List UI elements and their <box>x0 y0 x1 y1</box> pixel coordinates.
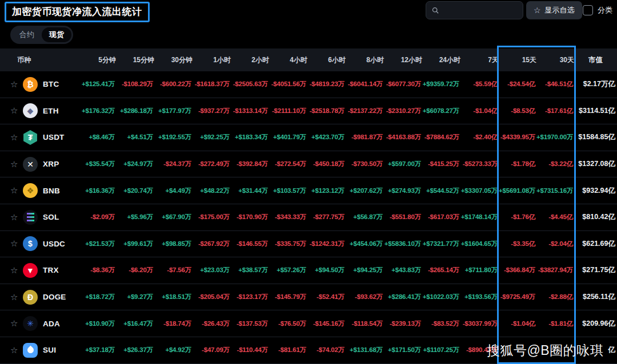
table-row[interactable]: ☆❖BNB+$16.36万+$20.74万+$4.49万+$48.22万+$31… <box>0 177 617 204</box>
column-header-9[interactable]: 12小时 <box>384 55 422 65</box>
flow-value: +$454.06万 <box>346 240 384 248</box>
coin-logo-doge-icon: Ð <box>23 290 38 305</box>
flow-value: +$6078.27万 <box>422 107 460 115</box>
coin-symbol: SOL <box>43 213 59 221</box>
flow-value: -$108.29万 <box>116 80 154 88</box>
column-header-13[interactable]: 30天 <box>536 55 574 65</box>
flow-value: -$981.87万 <box>346 133 384 141</box>
flow-value: -$272.54万 <box>269 160 307 168</box>
favorite-star-icon[interactable]: ☆ <box>10 106 23 116</box>
flow-value: -$239.13万 <box>384 319 422 328</box>
tab-contract[interactable]: 合约 <box>12 27 42 42</box>
favorite-star-icon[interactable]: ☆ <box>10 292 23 302</box>
flow-value: -$1242.31万 <box>307 240 346 248</box>
flow-value: -$2505.63万 <box>231 80 269 88</box>
flow-value: +$56.87万 <box>346 213 384 221</box>
table-row[interactable]: ☆₿BTC+$125.41万-$108.29万-$600.22万-$1618.3… <box>0 71 617 98</box>
watermark: 搜狐号@B圈的咏琪 <box>487 342 603 359</box>
column-header-4[interactable]: 1小时 <box>193 55 231 65</box>
category-toggle[interactable]: 分类 <box>583 1 612 19</box>
table-row[interactable]: ☆SOL-$2.09万+$5.96万+$67.90万-$175.00万-$170… <box>0 204 617 231</box>
flow-value: -$730.50万 <box>346 160 384 168</box>
flow-value: -$4339.95万 <box>499 133 536 141</box>
favorite-star-icon[interactable]: ☆ <box>10 132 23 143</box>
category-checkbox[interactable] <box>583 5 593 15</box>
flow-value: -$1.04亿 <box>460 107 499 115</box>
flow-value: +$176.32万 <box>78 107 116 115</box>
flow-value: +$1970.00万 <box>536 133 574 141</box>
favorite-star-icon[interactable]: ☆ <box>10 185 23 196</box>
market-cap-value: $271.75亿 <box>574 265 617 275</box>
flow-value: +$3307.05万 <box>460 187 499 195</box>
coin-symbol: USDC <box>43 240 65 248</box>
favorite-star-icon[interactable]: ☆ <box>10 345 23 355</box>
search-box[interactable] <box>426 1 523 19</box>
coin-logo-btc-icon: ₿ <box>23 77 38 92</box>
flow-value: -$7884.62万 <box>422 133 460 141</box>
flow-value: +$5691.08万 <box>499 187 536 195</box>
column-header-8[interactable]: 8小时 <box>346 55 384 65</box>
favorite-star-icon[interactable]: ☆ <box>10 212 23 223</box>
table-row[interactable]: ☆✳ADA+$10.90万+$16.47万-$18.74万-$26.43万-$1… <box>0 310 617 337</box>
flow-value: -$600.22万 <box>154 80 193 88</box>
column-header-0[interactable]: 币种 <box>10 55 78 65</box>
show-favorites-button[interactable]: ☆ 显示自选 <box>526 1 582 19</box>
flow-value: -$1618.37万 <box>193 80 231 88</box>
flow-value: -$93.62万 <box>346 293 384 301</box>
flow-value: +$192.55万 <box>154 133 193 141</box>
flow-value: +$5.96万 <box>116 213 154 221</box>
coin-cell: ☆✳ADA <box>10 316 78 331</box>
coin-cell: ☆SOL <box>10 210 78 225</box>
star-icon: ☆ <box>534 6 541 15</box>
flow-value: -$110.44万 <box>231 346 269 354</box>
flow-value: +$38.57万 <box>231 266 269 274</box>
favorite-star-icon[interactable]: ☆ <box>10 159 23 169</box>
coin-symbol: ADA <box>43 319 60 328</box>
favorite-star-icon[interactable]: ☆ <box>10 318 23 329</box>
table-row[interactable]: ☆▼TRX-$8.36万-$6.20万-$7.56万+$23.03万+$38.5… <box>0 257 617 284</box>
flow-value: -$8.53亿 <box>499 107 536 115</box>
flow-value: +$99.61万 <box>116 240 154 248</box>
flow-value: -$170.90万 <box>231 213 269 221</box>
favorite-star-icon[interactable]: ☆ <box>10 265 23 276</box>
search-input[interactable] <box>443 6 517 15</box>
flow-value: -$5273.33万 <box>460 160 499 168</box>
table-row[interactable]: ☆$USDC+$21.53万+$99.61万+$98.85万-$267.92万-… <box>0 231 617 258</box>
coin-symbol: SUI <box>43 346 56 354</box>
flow-value: +$24.97万 <box>116 160 154 168</box>
flow-value: +$18.51万 <box>154 293 193 301</box>
column-header-6[interactable]: 4小时 <box>269 55 307 65</box>
column-header-14[interactable]: 市值 <box>574 55 617 65</box>
table-row[interactable]: ☆ÐDOGE+$18.72万+$9.27万+$18.51万-$205.04万-$… <box>0 284 617 311</box>
column-header-2[interactable]: 15分钟 <box>116 55 154 65</box>
flow-value: -$145.16万 <box>307 319 346 328</box>
coin-cell: ☆₮USDT <box>10 130 78 145</box>
column-header-10[interactable]: 24小时 <box>422 55 460 65</box>
flow-value: -$9725.49万 <box>499 293 536 301</box>
column-header-1[interactable]: 5分钟 <box>78 55 116 65</box>
flow-value: -$4051.56万 <box>269 80 307 88</box>
column-header-3[interactable]: 30分钟 <box>154 55 193 65</box>
flow-value: -$7.56万 <box>154 266 193 274</box>
column-header-7[interactable]: 6小时 <box>307 55 346 65</box>
favorite-star-icon[interactable]: ☆ <box>10 238 23 249</box>
column-header-5[interactable]: 2小时 <box>231 55 269 65</box>
coin-cell: ☆✕XRP <box>10 157 78 172</box>
favorite-star-icon[interactable]: ☆ <box>10 79 23 90</box>
flow-value: -$3827.94万 <box>536 266 574 274</box>
column-header-12[interactable]: 15天 <box>499 55 536 65</box>
flow-value: +$48.22万 <box>193 187 231 195</box>
flow-value: -$5.59亿 <box>460 80 499 88</box>
column-header-11[interactable]: 7天 <box>460 55 499 65</box>
flow-value: +$274.93万 <box>384 187 422 195</box>
flow-value: -$146.55万 <box>231 240 269 248</box>
table-row[interactable]: ☆◆ETH+$176.32万+$286.18万+$177.97万-$937.27… <box>0 98 617 125</box>
coin-cell: ☆▼TRX <box>10 263 78 278</box>
tab-spot[interactable]: 现货 <box>42 27 71 42</box>
flow-value: +$423.70万 <box>307 133 346 141</box>
table-row[interactable]: ☆₮USDT+$8.46万+$4.51万+$192.55万+$92.25万+$1… <box>0 124 617 151</box>
table-row[interactable]: ☆✕XRP+$35.54万+$24.97万-$24.37万-$272.49万-$… <box>0 151 617 178</box>
coin-cell: ☆SUI <box>10 343 78 358</box>
flow-value: -$267.92万 <box>193 240 231 248</box>
flow-value: -$47.09万 <box>193 346 231 354</box>
